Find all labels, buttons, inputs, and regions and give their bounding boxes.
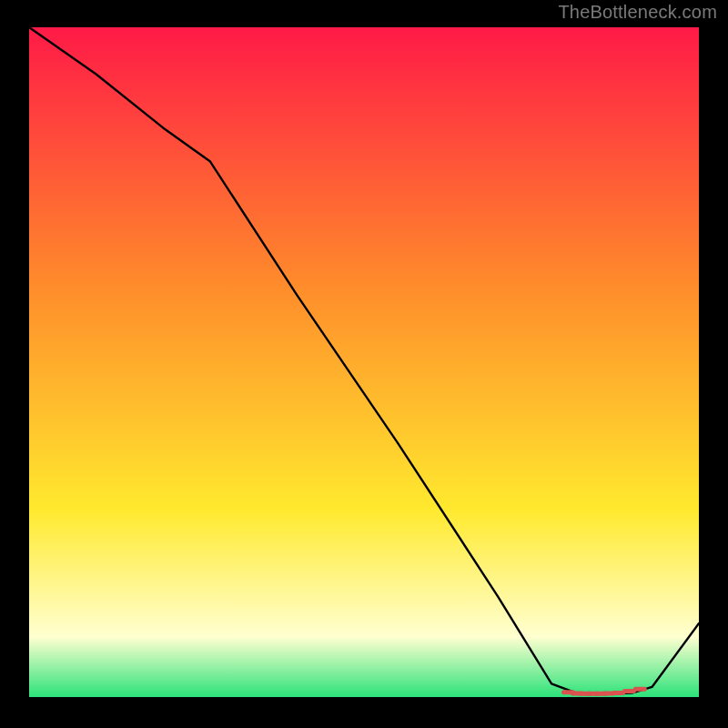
attribution-text: TheBottleneck.com — [558, 2, 717, 23]
plot-area — [29, 27, 699, 697]
plot-svg — [29, 27, 699, 697]
gradient-background — [29, 27, 699, 697]
chart-frame: TheBottleneck.com — [0, 0, 728, 728]
